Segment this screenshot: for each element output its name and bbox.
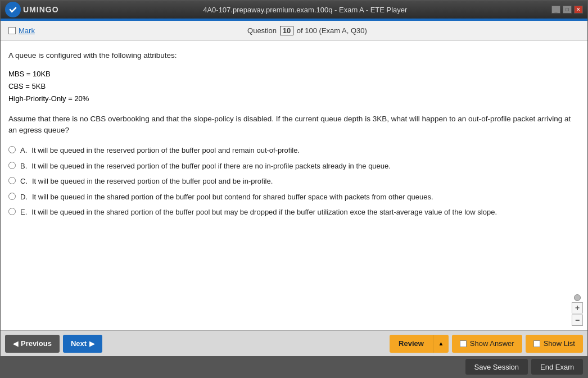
- logo-area: UMINGO: [5, 2, 59, 17]
- answers-list: A. It will be queued in the reserved por…: [8, 145, 580, 218]
- question-label: Question: [247, 26, 277, 35]
- radio-a[interactable]: [8, 146, 16, 153]
- zoom-controls: + −: [572, 294, 583, 326]
- answer-a-label: A.: [20, 145, 27, 156]
- config-line2: CBS = 5KB: [8, 80, 580, 93]
- bottom-action-bar: Save Session End Exam: [1, 356, 587, 377]
- logo-text: UMINGO: [23, 5, 59, 14]
- logo-icon: [5, 2, 21, 17]
- show-answer-checkbox: [460, 340, 467, 347]
- next-button[interactable]: Next ▶: [63, 335, 102, 353]
- answer-b-label: B.: [20, 161, 27, 172]
- answer-e-label: E.: [20, 207, 27, 218]
- answer-c-text: It will be queued in the reserved portio…: [32, 176, 273, 187]
- radio-d[interactable]: [8, 193, 16, 200]
- mark-area: Mark: [8, 26, 35, 35]
- svg-point-0: [8, 4, 18, 15]
- scenario-text: Assume that there is no CBS overbooking …: [8, 113, 580, 136]
- question-info: Question 10 of 100 (Exam A, Q30): [35, 26, 580, 35]
- answer-a-text: It will be queued in the reserved portio…: [31, 145, 300, 156]
- save-session-button[interactable]: Save Session: [465, 359, 528, 375]
- answer-e-text: It will be queued in the shared portion …: [31, 207, 497, 218]
- review-arrow-icon: ▲: [438, 340, 444, 347]
- show-answer-button[interactable]: Show Answer: [452, 335, 522, 353]
- window-controls: _ □ ✕: [551, 6, 583, 13]
- minimize-button[interactable]: _: [551, 6, 560, 13]
- mark-link[interactable]: Mark: [19, 26, 35, 35]
- question-intro: A queue is configured with the following…: [8, 50, 580, 61]
- answer-d[interactable]: D. It will be queued in the shared porti…: [8, 192, 580, 203]
- show-list-button[interactable]: Show List: [526, 335, 583, 353]
- review-dropdown-button[interactable]: ▲: [433, 335, 449, 353]
- answer-a[interactable]: A. It will be queued in the reserved por…: [8, 145, 580, 156]
- answer-c-label: C.: [20, 176, 28, 187]
- answer-e[interactable]: E. It will be queued in the shared porti…: [8, 207, 580, 218]
- show-list-checkbox: [533, 340, 540, 347]
- answer-c[interactable]: C. It will be queued in the reserved por…: [8, 176, 580, 187]
- question-total: of 100 (Exam A, Q30): [297, 26, 367, 35]
- answer-b[interactable]: B. It will be queued in the reserved por…: [8, 161, 580, 172]
- answer-d-label: D.: [20, 192, 28, 203]
- review-button[interactable]: Review: [390, 335, 433, 353]
- next-arrow-icon: ▶: [89, 340, 94, 348]
- zoom-out-button[interactable]: −: [572, 315, 583, 326]
- bottom-nav: ◀ Previous Next ▶ Review ▲ Show Answer S…: [1, 330, 587, 356]
- title-bar: UMINGO 4A0-107.prepaway.premium.exam.100…: [1, 1, 587, 19]
- mark-checkbox[interactable]: [8, 27, 16, 34]
- app-window: UMINGO 4A0-107.prepaway.premium.exam.100…: [0, 0, 588, 378]
- toolbar: Mark Question 10 of 100 (Exam A, Q30): [1, 21, 587, 41]
- prev-arrow-icon: ◀: [13, 340, 18, 348]
- zoom-indicator: [574, 294, 581, 301]
- question-number-badge: 10: [280, 26, 293, 35]
- config-block: MBS = 10KB CBS = 5KB High-Priority-Only …: [8, 68, 580, 105]
- radio-e[interactable]: [8, 208, 16, 215]
- end-exam-button[interactable]: End Exam: [531, 359, 583, 375]
- config-line3: High-Priority-Only = 20%: [8, 93, 580, 105]
- radio-c[interactable]: [8, 177, 16, 184]
- zoom-in-button[interactable]: +: [572, 302, 583, 313]
- answer-b-text: It will be queued in the reserved portio…: [31, 161, 391, 172]
- answer-d-text: It will be queued in the shared portion …: [32, 192, 433, 203]
- review-group: Review ▲: [390, 335, 449, 353]
- previous-button[interactable]: ◀ Previous: [5, 335, 60, 353]
- main-content: A queue is configured with the following…: [1, 41, 587, 330]
- close-button[interactable]: ✕: [574, 6, 583, 13]
- config-line1: MBS = 10KB: [8, 68, 580, 80]
- radio-b[interactable]: [8, 162, 16, 169]
- window-title: 4A0-107.prepaway.premium.exam.100q - Exa…: [59, 6, 551, 14]
- maximize-button[interactable]: □: [563, 6, 572, 13]
